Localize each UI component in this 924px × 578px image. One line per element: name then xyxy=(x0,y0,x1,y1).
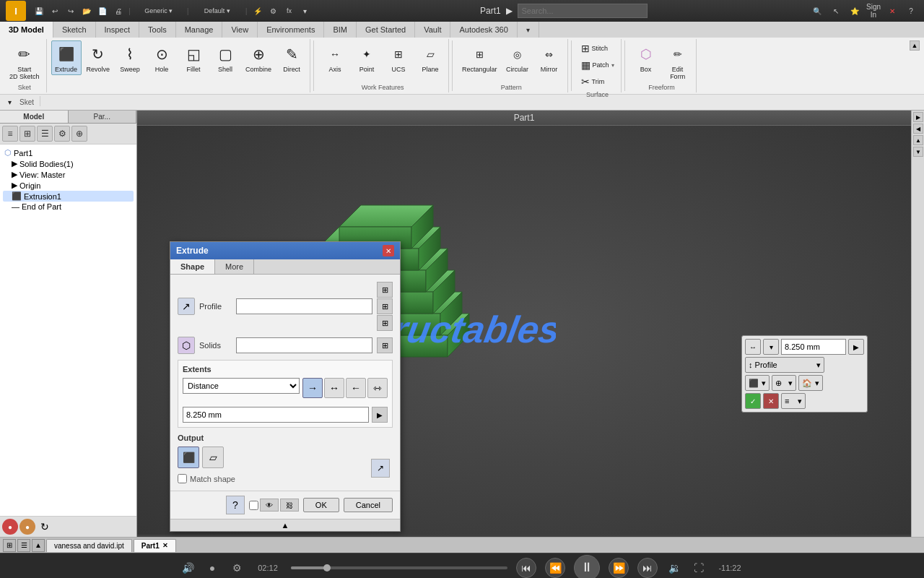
ucs-button[interactable]: ⊞ UCS xyxy=(383,40,414,75)
match-shape-checkbox[interactable] xyxy=(178,474,187,483)
trim-button[interactable]: ✂ Trim xyxy=(578,74,609,90)
settings-button[interactable]: ⚙ xyxy=(266,4,281,18)
rectangular-button[interactable]: ⊞ Rectangular xyxy=(458,40,501,75)
hole-button[interactable]: ⊙ Hole xyxy=(147,40,177,75)
filter-icon[interactable]: ≡ xyxy=(2,126,18,142)
mini-output3-dropdown[interactable]: 🏠 ▾ xyxy=(798,375,823,391)
extrude-ok-button[interactable]: OK xyxy=(303,498,339,512)
default-dropdown[interactable]: Default ▾ xyxy=(192,4,243,18)
extrude-solids-icon[interactable]: ⬡ xyxy=(178,337,195,354)
extrude-cancel-button[interactable]: Cancel xyxy=(344,498,393,512)
close-button[interactable]: ✕ xyxy=(885,4,899,18)
mini-dropdown-arrow[interactable]: ▾ xyxy=(763,339,779,355)
plane-button[interactable]: ▱ Plane xyxy=(415,40,445,75)
list-icon[interactable]: ☰ xyxy=(37,126,53,142)
dir-btn-asymmetric[interactable]: ⇿ xyxy=(367,378,388,398)
stitch-button[interactable]: ⊞ Stitch xyxy=(578,40,612,56)
sweep-button[interactable]: ⌇ Sweep xyxy=(115,40,145,75)
extrude-profile-field[interactable] xyxy=(236,298,372,314)
fx-button[interactable]: fx xyxy=(282,4,297,18)
rp-btn4[interactable]: ▼ xyxy=(913,147,923,157)
tree-item-part1[interactable]: ⬡ Part1 xyxy=(3,147,134,158)
tab-inspect[interactable]: Inspect xyxy=(96,22,139,38)
rp-btn1[interactable]: ▶ xyxy=(913,112,923,122)
mini-distance-input[interactable] xyxy=(781,339,846,355)
output-surface-btn[interactable]: ▱ xyxy=(202,447,224,468)
extrude-dist-arrow[interactable]: ▶ xyxy=(372,407,388,423)
refresh-icon[interactable]: ↻ xyxy=(37,519,53,535)
star-icon[interactable]: ⭐ xyxy=(847,4,862,18)
dir-btn-backward[interactable]: ← xyxy=(346,378,366,398)
tab-vault[interactable]: Vault xyxy=(415,22,450,38)
speaker-icon[interactable]: ● xyxy=(204,560,220,576)
media-progress-bar[interactable] xyxy=(291,566,507,569)
extrude-tab-shape[interactable]: Shape xyxy=(170,259,215,274)
tab-autodesk-360[interactable]: Autodesk 360 xyxy=(450,22,517,38)
tree-item-end-of-part[interactable]: — End of Part xyxy=(3,202,134,212)
mini-profile-dropdown[interactable]: ↕ Profile ▾ xyxy=(745,357,824,373)
dir-btn-forward[interactable]: → xyxy=(302,378,323,398)
tree-item-origin[interactable]: ▶ Origin xyxy=(3,180,134,191)
extrude-side-btn1[interactable]: ⊞ xyxy=(377,282,393,298)
save-button[interactable]: 💾 xyxy=(32,4,46,18)
revolve-button[interactable]: ↻ Revolve xyxy=(83,40,114,75)
help-button[interactable]: ? xyxy=(904,4,918,18)
axis-button[interactable]: ↔ Axis xyxy=(320,40,350,75)
fillet-button[interactable]: ◱ Fillet xyxy=(178,40,209,75)
mini-reject-button[interactable]: ✕ xyxy=(763,393,779,409)
mini-confirm-distance[interactable]: ▶ xyxy=(848,339,864,355)
extrude-side-btn3[interactable]: ⊞ xyxy=(377,315,393,331)
tab-3d-model[interactable]: 3D Model xyxy=(0,22,53,38)
shell-button[interactable]: ▢ Shell xyxy=(210,40,240,75)
extrude-profile-icon[interactable]: ↗ xyxy=(178,298,195,315)
undo-button[interactable]: ↩ xyxy=(48,4,62,18)
extents-distance-select[interactable]: Distance To To Next Through All Between xyxy=(183,378,300,394)
cursor-icon[interactable]: ↖ xyxy=(829,4,843,18)
media-fullscreen-icon[interactable]: ⛶ xyxy=(691,560,707,576)
point-button[interactable]: ✦ Point xyxy=(352,40,382,75)
tab-environments[interactable]: Environments xyxy=(258,22,324,38)
extrude-expand-btn[interactable]: ▲ xyxy=(170,519,400,531)
settings-icon[interactable]: ⚙ xyxy=(54,126,70,142)
tab-sketch[interactable]: Sketch xyxy=(53,22,96,38)
media-rewind-button[interactable]: ⏮ xyxy=(516,558,536,578)
media-forward-button[interactable]: ⏩ xyxy=(609,558,629,578)
error-icon[interactable]: ● xyxy=(2,519,18,535)
extrude-close-button[interactable]: ✕ xyxy=(383,245,394,256)
box-button[interactable]: ⬡ Box xyxy=(631,40,661,75)
extrude-solids-field[interactable] xyxy=(236,337,372,353)
patch-button[interactable]: ▦ Patch ▾ xyxy=(578,57,618,73)
ribbon-toggle-button[interactable]: ▲ xyxy=(910,40,920,51)
sign-in-button[interactable]: Sign In xyxy=(866,4,881,18)
tab-tools[interactable]: Tools xyxy=(139,22,176,38)
dir-btn-symmetric[interactable]: ↔ xyxy=(324,378,344,398)
volume-icon[interactable]: 🔊 xyxy=(180,560,196,576)
circular-button[interactable]: ◎ Circular xyxy=(502,40,533,75)
sub-bar-button[interactable]: ▾ xyxy=(4,96,15,108)
media-backward-button[interactable]: ⏪ xyxy=(545,558,565,578)
direct-button[interactable]: ✎ Direct xyxy=(276,40,307,75)
rp-btn2[interactable]: ◀ xyxy=(913,124,923,134)
grid-icon[interactable]: ⊞ xyxy=(19,126,35,142)
print-button[interactable]: 🖨 xyxy=(111,4,126,18)
tab-more[interactable]: ▾ xyxy=(518,22,539,38)
search-input[interactable] xyxy=(518,4,648,18)
rp-btn3[interactable]: ▲ xyxy=(913,135,923,145)
extrude-side-btn2[interactable]: ⊞ xyxy=(377,298,393,314)
extrude-tab-more[interactable]: More xyxy=(215,259,254,274)
tab-manage[interactable]: Manage xyxy=(176,22,223,38)
mini-options-dropdown[interactable]: ≡ ▾ xyxy=(781,393,806,409)
generic-dropdown[interactable]: Generic ▾ xyxy=(134,4,184,18)
sync-button[interactable]: ⚡ xyxy=(250,4,265,18)
output-solid-btn[interactable]: ⬛ xyxy=(178,447,199,468)
tab-par[interactable]: Par... xyxy=(69,111,137,123)
combine-button[interactable]: ⊕ Combine xyxy=(242,40,275,75)
edit-form-button[interactable]: ✏ EditForm xyxy=(663,40,693,82)
tree-item-view[interactable]: ▶ View: Master xyxy=(3,169,134,180)
extrude-distance-input[interactable] xyxy=(183,407,369,423)
mini-distance-icon[interactable]: ↔ xyxy=(745,339,761,355)
media-speaker-icon[interactable]: 🔉 xyxy=(666,560,682,576)
tab-view[interactable]: View xyxy=(222,22,258,38)
mini-accept-button[interactable]: ✓ xyxy=(745,393,761,409)
tree-item-solid-bodies[interactable]: ▶ Solid Bodies(1) xyxy=(3,158,134,169)
